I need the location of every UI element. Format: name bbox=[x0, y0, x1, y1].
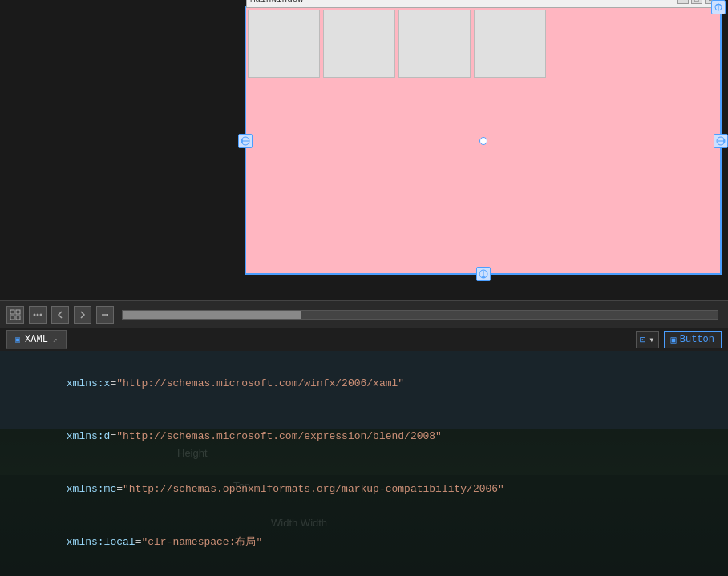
toolbar-back-button[interactable] bbox=[51, 306, 69, 324]
main-window-frame: MainWindow _ □ × bbox=[245, 6, 722, 275]
anchor-bottom-handle[interactable] bbox=[476, 267, 491, 281]
anchor-top-handle[interactable] bbox=[711, 0, 726, 14]
code-editor[interactable]: xmlns:x="http://schemas.microsoft.com/wi… bbox=[0, 351, 728, 576]
minimize-button[interactable]: _ bbox=[677, 0, 689, 4]
button-1[interactable] bbox=[248, 10, 320, 78]
button-indicator: ▣ Button bbox=[664, 331, 722, 348]
scrollbar-thumb bbox=[123, 311, 301, 319]
toolbar-forward-button[interactable] bbox=[74, 306, 91, 324]
tab-icon: ▣ bbox=[15, 335, 20, 344]
maximize-button[interactable]: □ bbox=[691, 0, 702, 4]
button-4[interactable] bbox=[474, 10, 546, 78]
svg-point-18 bbox=[37, 313, 39, 316]
button-indicator-label: Button bbox=[680, 334, 714, 345]
svg-rect-15 bbox=[10, 316, 14, 320]
code-line-1: xmlns:x="http://schemas.microsoft.com/wi… bbox=[13, 357, 715, 410]
anchor-right-handle[interactable] bbox=[714, 134, 728, 148]
xaml-tab-label: XAML bbox=[25, 334, 48, 345]
dropdown-arrow-icon: ▾ bbox=[649, 334, 654, 346]
horizontal-scrollbar[interactable] bbox=[122, 310, 718, 320]
code-line-4: xmlns:local="clr-namespace:布局" bbox=[13, 516, 715, 569]
toolbar-grid-button[interactable] bbox=[6, 306, 24, 324]
svg-rect-13 bbox=[10, 310, 14, 314]
center-handle[interactable] bbox=[479, 137, 487, 145]
svg-point-19 bbox=[40, 313, 42, 316]
dropdown-icon: ⊡ bbox=[640, 334, 645, 346]
code-line-3: xmlns:mc="http://schemas.openxmlformats.… bbox=[13, 463, 715, 516]
button-3[interactable] bbox=[398, 10, 471, 78]
tab-right-controls: ⊡ ▾ ▣ Button bbox=[636, 331, 722, 348]
toolbar-area bbox=[0, 300, 728, 328]
element-dropdown[interactable]: ⊡ ▾ bbox=[636, 331, 658, 348]
button-2[interactable] bbox=[323, 10, 395, 78]
anchor-left-handle[interactable] bbox=[238, 134, 253, 148]
code-line-5: mc:Ignorable="d" bbox=[13, 569, 715, 576]
xaml-tab[interactable]: ▣ XAML ↗ bbox=[6, 330, 67, 349]
toolbar-collapse-button[interactable] bbox=[96, 306, 114, 324]
svg-rect-14 bbox=[16, 310, 20, 314]
tab-bar: ▣ XAML ↗ ⊡ ▾ ▣ Button bbox=[0, 328, 728, 351]
titlebar-buttons: _ □ × bbox=[677, 0, 716, 4]
toolbar-dots-button[interactable] bbox=[29, 306, 47, 324]
svg-rect-16 bbox=[16, 316, 20, 320]
svg-point-17 bbox=[34, 313, 36, 316]
window-titlebar: MainWindow _ □ × bbox=[246, 0, 720, 8]
code-line-2: xmlns:d="http://schemas.microsoft.com/ex… bbox=[13, 410, 715, 463]
button-indicator-icon: ▣ bbox=[671, 334, 677, 346]
window-title: MainWindow bbox=[250, 0, 303, 4]
external-link-icon[interactable]: ↗ bbox=[53, 335, 58, 344]
